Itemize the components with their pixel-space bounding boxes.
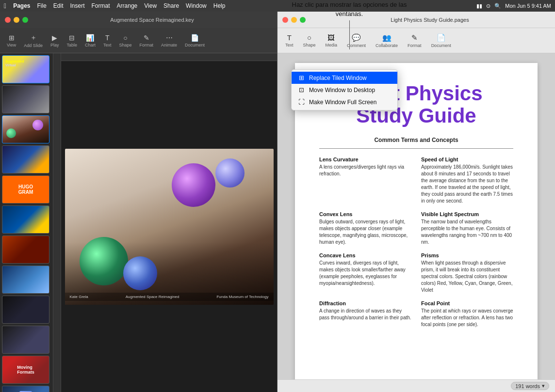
text-icon: T [105, 34, 110, 42]
toolbar-view[interactable]: ⊞ View [4, 32, 19, 49]
term-prisms: Prisms When light passes through a dispe… [421, 252, 513, 294]
menu-share[interactable]: Share [163, 2, 179, 9]
toolbar-document[interactable]: 📄 Document [182, 32, 208, 49]
dropdown-move-to-desktop[interactable]: ⊡ Move Window to Desktop [292, 84, 397, 96]
pages-shape-label: Shape [303, 43, 316, 47]
apple-menu[interactable]:  [4, 2, 6, 10]
menu-edit[interactable]: Edit [53, 2, 64, 9]
toolbar-chart[interactable]: 📊 Chart [82, 32, 98, 49]
slide-thumb-12[interactable] [2, 386, 49, 392]
windows-container: Augmented Space Reimagined.key ⊞ View ＋ … [0, 12, 555, 392]
slide-panel[interactable]: Augmented Virtual HUGOGRAM [0, 53, 53, 392]
pages-text-icon: T [287, 33, 292, 42]
toolbar-text[interactable]: T Text [100, 32, 114, 49]
word-count-badge[interactable]: 191 words ▾ [511, 382, 549, 390]
pages-toolbar-shape[interactable]: ○ Shape [299, 31, 320, 49]
format-icon: ✎ [144, 34, 149, 42]
doc-subtitle: Common Terms and Concepts [319, 137, 513, 143]
slide-scene: Kate Grela Augmented Space Reimagined Fu… [65, 149, 274, 305]
slide-thumb-6[interactable] [2, 205, 49, 234]
toolbar-add-slide[interactable]: ＋ Add Slide [21, 31, 46, 50]
slide-thumb-5[interactable]: HUGOGRAM [2, 175, 49, 204]
pages-toolbar-collaborate[interactable]: 👥 Collaborate [372, 31, 402, 50]
slide-thumb-3[interactable] [2, 115, 49, 143]
chart-icon: 📊 [86, 34, 94, 42]
search-icon[interactable]: 🔍 [494, 3, 501, 9]
pages-document-icon: 📄 [437, 33, 446, 42]
pages-close-button[interactable] [282, 17, 288, 23]
pages-fullscreen-button[interactable] [300, 17, 306, 23]
pages-toolbar-media[interactable]: 🖼 Media [322, 31, 342, 49]
toolbar-table-label: Table [66, 43, 77, 47]
pages-minimize-button[interactable] [291, 17, 297, 23]
keynote-main: Augmented Virtual HUGOGRAM [0, 53, 277, 392]
pages-window-title: Light Physics Study Guide.pages [310, 17, 550, 23]
pages-toolbar-comment[interactable]: 💬 Comment [343, 31, 370, 50]
toolbar-play[interactable]: ▶ Play [48, 32, 62, 49]
pages-window: Light Physics Study Guide.pages T Text ○… [278, 12, 555, 392]
toolbar-format-label: Format [139, 43, 153, 47]
caption-left: Kate Grela [70, 295, 88, 299]
toolbar-text-label: Text [103, 43, 112, 47]
pages-titlebar: Light Physics Study Guide.pages [278, 12, 555, 28]
term-convex-lens: Convex Lens Bulges outward, converges ra… [319, 211, 411, 246]
keynote-titlebar: Augmented Space Reimagined.key [0, 12, 277, 28]
dropdown-item-label-1: Move Window to Desktop [309, 87, 375, 94]
menu-file[interactable]: File [37, 2, 46, 9]
pages-toolbar-format[interactable]: ✎ Format [404, 31, 425, 50]
clock: Mon Jun 5 9:41 AM [505, 3, 551, 9]
slide-thumb-10[interactable] [2, 326, 49, 354]
pages-comment-label: Comment [347, 43, 366, 48]
slide-thumb-9[interactable] [2, 296, 49, 324]
slide-caption: Kate Grela Augmented Space Reimagined Fu… [65, 293, 274, 301]
pages-media-label: Media [326, 43, 338, 47]
slide-thumb-1[interactable]: Augmented Virtual [2, 55, 49, 83]
menu-help[interactable]: Help [213, 2, 226, 9]
dropdown-item-label-2: Make Window Full Screen [309, 99, 376, 106]
fullscreen-button[interactable] [22, 17, 28, 23]
sphere-green [80, 237, 128, 285]
dropdown-replace-tiled-window[interactable]: ⊞ Replace Tiled Window [292, 72, 397, 84]
minimize-button[interactable] [14, 17, 19, 23]
pages-shape-icon: ○ [307, 33, 311, 42]
toolbar-table[interactable]: ⊟ Table [64, 32, 80, 49]
sphere-blue [215, 158, 245, 188]
table-icon: ⊟ [69, 34, 75, 42]
caption-center: Augmented Space Reimagined [126, 295, 180, 299]
toolbar-play-label: Play [50, 43, 59, 47]
menu-pages[interactable]: Pages [13, 2, 30, 9]
pages-format-icon: ✎ [411, 33, 418, 42]
toolbar-shape[interactable]: ○ Shape [116, 32, 134, 49]
terms-grid: Lens Curvature A lens converges/diverges… [319, 157, 513, 328]
slide-thumb-11[interactable]: MovingFormats [2, 356, 49, 384]
menu-insert[interactable]: Insert [70, 2, 85, 9]
wifi-icon: ⊙ [486, 3, 490, 9]
main-slide-canvas: Kate Grela Augmented Space Reimagined Fu… [65, 149, 274, 305]
slide-thumb-4[interactable] [2, 145, 49, 173]
slide-thumb-8[interactable] [2, 266, 49, 294]
pages-toolbar-text[interactable]: T Text [281, 31, 297, 49]
battery-icon: ▮▮ [476, 3, 482, 9]
slide-thumb-7[interactable] [2, 235, 49, 264]
pages-text-label: Text [285, 43, 294, 47]
toolbar-format[interactable]: ✎ Format [136, 32, 156, 49]
menu-format[interactable]: Format [92, 2, 110, 9]
toolbar-chart-label: Chart [85, 43, 96, 47]
pages-media-icon: 🖼 [327, 33, 335, 42]
close-button[interactable] [5, 17, 11, 23]
term-focal-point: Focal Point The point at which rays or w… [421, 300, 513, 328]
menu-arrange[interactable]: Arrange [117, 2, 138, 9]
ruler-horizontal [53, 53, 277, 61]
pages-toolbar-document[interactable]: 📄 Document [427, 31, 455, 50]
menu-window[interactable]: Window [186, 2, 207, 9]
dropdown-make-fullscreen[interactable]: ⛶ Make Window Full Screen [292, 96, 397, 108]
menu-view[interactable]: View [144, 2, 157, 9]
slide-thumb-2[interactable] [2, 85, 49, 113]
toolbar-animate[interactable]: ⋯ Animate [158, 32, 180, 49]
animate-icon: ⋯ [166, 34, 173, 42]
keynote-window-title: Augmented Space Reimagined.key [32, 17, 272, 23]
pages-document-label: Document [431, 43, 451, 48]
pages-toolbar: T Text ○ Shape 🖼 Media 💬 Comment 👥 Colla… [278, 28, 555, 53]
sphere-navy [123, 256, 157, 290]
menubar-right: ▮▮ ⊙ 🔍 Mon Jun 5 9:41 AM [476, 3, 551, 9]
